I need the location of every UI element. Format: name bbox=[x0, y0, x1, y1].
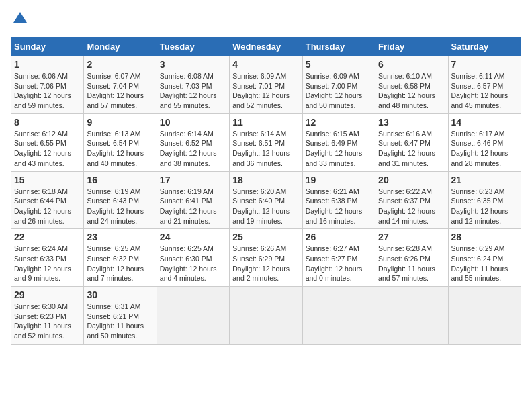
day-number: 16 bbox=[87, 175, 153, 185]
table-row: 14Sunrise: 6:17 AM Sunset: 6:46 PM Dayli… bbox=[448, 113, 521, 171]
day-info: Sunrise: 6:25 AM Sunset: 6:30 PM Dayligh… bbox=[160, 244, 226, 283]
day-number: 11 bbox=[232, 117, 299, 128]
day-number: 28 bbox=[451, 232, 518, 242]
day-info: Sunrise: 6:08 AM Sunset: 7:03 PM Dayligh… bbox=[160, 71, 226, 111]
day-info: Sunrise: 6:14 AM Sunset: 6:51 PM Dayligh… bbox=[232, 129, 299, 169]
day-number: 6 bbox=[378, 59, 445, 70]
day-number: 5 bbox=[306, 59, 372, 70]
day-number: 25 bbox=[232, 232, 299, 242]
logo-text bbox=[11, 11, 28, 30]
table-row: 8Sunrise: 6:12 AM Sunset: 6:55 PM Daylig… bbox=[11, 113, 84, 171]
day-info: Sunrise: 6:20 AM Sunset: 6:40 PM Dayligh… bbox=[232, 187, 299, 226]
day-number: 26 bbox=[306, 232, 372, 242]
day-info: Sunrise: 6:07 AM Sunset: 7:04 PM Dayligh… bbox=[87, 71, 153, 111]
day-number: 15 bbox=[14, 175, 81, 185]
table-row: 11Sunrise: 6:14 AM Sunset: 6:51 PM Dayli… bbox=[230, 113, 302, 171]
table-row: 6Sunrise: 6:10 AM Sunset: 6:58 PM Daylig… bbox=[375, 56, 448, 114]
day-number: 18 bbox=[232, 175, 299, 185]
day-info: Sunrise: 6:28 AM Sunset: 6:26 PM Dayligh… bbox=[378, 244, 445, 283]
table-row: 3Sunrise: 6:08 AM Sunset: 7:03 PM Daylig… bbox=[157, 56, 229, 114]
day-number: 19 bbox=[306, 175, 372, 185]
day-number: 13 bbox=[378, 117, 445, 128]
day-number: 27 bbox=[378, 232, 445, 242]
table-row: 22Sunrise: 6:24 AM Sunset: 6:33 PM Dayli… bbox=[11, 229, 84, 287]
day-number: 17 bbox=[160, 175, 226, 185]
table-row bbox=[302, 287, 375, 345]
table-row: 20Sunrise: 6:22 AM Sunset: 6:37 PM Dayli… bbox=[375, 171, 448, 229]
table-row: 27Sunrise: 6:28 AM Sunset: 6:26 PM Dayli… bbox=[375, 229, 448, 287]
table-row: 5Sunrise: 6:09 AM Sunset: 7:00 PM Daylig… bbox=[302, 56, 375, 114]
table-row: 1Sunrise: 6:06 AM Sunset: 7:06 PM Daylig… bbox=[11, 56, 84, 114]
column-header-tuesday: Tuesday bbox=[157, 38, 229, 56]
table-row: 24Sunrise: 6:25 AM Sunset: 6:30 PM Dayli… bbox=[157, 229, 229, 287]
table-row: 2Sunrise: 6:07 AM Sunset: 7:04 PM Daylig… bbox=[84, 56, 157, 114]
day-info: Sunrise: 6:09 AM Sunset: 7:01 PM Dayligh… bbox=[232, 71, 299, 111]
column-header-sunday: Sunday bbox=[11, 38, 84, 56]
day-info: Sunrise: 6:11 AM Sunset: 6:57 PM Dayligh… bbox=[451, 71, 518, 111]
table-row: 16Sunrise: 6:19 AM Sunset: 6:43 PM Dayli… bbox=[84, 171, 157, 229]
day-info: Sunrise: 6:29 AM Sunset: 6:24 PM Dayligh… bbox=[451, 244, 518, 283]
logo bbox=[11, 11, 28, 30]
day-info: Sunrise: 6:30 AM Sunset: 6:23 PM Dayligh… bbox=[14, 302, 81, 341]
day-number: 23 bbox=[87, 232, 153, 242]
day-number: 22 bbox=[14, 232, 81, 242]
table-row: 28Sunrise: 6:29 AM Sunset: 6:24 PM Dayli… bbox=[448, 229, 521, 287]
table-row: 21Sunrise: 6:23 AM Sunset: 6:35 PM Dayli… bbox=[448, 171, 521, 229]
column-header-saturday: Saturday bbox=[448, 38, 521, 56]
day-number: 29 bbox=[14, 289, 81, 300]
day-info: Sunrise: 6:21 AM Sunset: 6:38 PM Dayligh… bbox=[306, 187, 372, 226]
day-info: Sunrise: 6:25 AM Sunset: 6:32 PM Dayligh… bbox=[87, 244, 153, 283]
table-row bbox=[230, 287, 302, 345]
day-info: Sunrise: 6:31 AM Sunset: 6:21 PM Dayligh… bbox=[87, 302, 153, 341]
table-row bbox=[157, 287, 229, 345]
table-row: 25Sunrise: 6:26 AM Sunset: 6:29 PM Dayli… bbox=[230, 229, 302, 287]
day-info: Sunrise: 6:22 AM Sunset: 6:37 PM Dayligh… bbox=[378, 187, 445, 226]
table-row: 26Sunrise: 6:27 AM Sunset: 6:27 PM Dayli… bbox=[302, 229, 375, 287]
day-number: 12 bbox=[306, 117, 372, 128]
day-info: Sunrise: 6:09 AM Sunset: 7:00 PM Dayligh… bbox=[306, 71, 372, 111]
table-row: 23Sunrise: 6:25 AM Sunset: 6:32 PM Dayli… bbox=[84, 229, 157, 287]
table-row bbox=[375, 287, 448, 345]
day-number: 10 bbox=[160, 117, 226, 128]
day-number: 21 bbox=[451, 175, 518, 185]
table-row bbox=[448, 287, 521, 345]
table-row: 4Sunrise: 6:09 AM Sunset: 7:01 PM Daylig… bbox=[230, 56, 302, 114]
table-row: 10Sunrise: 6:14 AM Sunset: 6:52 PM Dayli… bbox=[157, 113, 229, 171]
table-row: 29Sunrise: 6:30 AM Sunset: 6:23 PM Dayli… bbox=[11, 287, 84, 345]
day-info: Sunrise: 6:23 AM Sunset: 6:35 PM Dayligh… bbox=[451, 187, 518, 226]
table-row: 18Sunrise: 6:20 AM Sunset: 6:40 PM Dayli… bbox=[230, 171, 302, 229]
day-number: 4 bbox=[232, 59, 299, 70]
day-info: Sunrise: 6:12 AM Sunset: 6:55 PM Dayligh… bbox=[14, 129, 81, 169]
column-header-friday: Friday bbox=[375, 38, 448, 56]
day-info: Sunrise: 6:16 AM Sunset: 6:47 PM Dayligh… bbox=[378, 129, 445, 169]
table-row: 13Sunrise: 6:16 AM Sunset: 6:47 PM Dayli… bbox=[375, 113, 448, 171]
day-number: 20 bbox=[378, 175, 445, 185]
logo-icon bbox=[12, 11, 28, 27]
table-row: 17Sunrise: 6:19 AM Sunset: 6:41 PM Dayli… bbox=[157, 171, 229, 229]
table-row: 30Sunrise: 6:31 AM Sunset: 6:21 PM Dayli… bbox=[84, 287, 157, 345]
day-number: 8 bbox=[14, 117, 81, 128]
day-info: Sunrise: 6:19 AM Sunset: 6:41 PM Dayligh… bbox=[160, 187, 226, 226]
day-info: Sunrise: 6:24 AM Sunset: 6:33 PM Dayligh… bbox=[14, 244, 81, 283]
day-info: Sunrise: 6:19 AM Sunset: 6:43 PM Dayligh… bbox=[87, 187, 153, 226]
table-row: 7Sunrise: 6:11 AM Sunset: 6:57 PM Daylig… bbox=[448, 56, 521, 114]
svg-marker-0 bbox=[13, 12, 27, 23]
header bbox=[11, 11, 521, 30]
day-info: Sunrise: 6:13 AM Sunset: 6:54 PM Dayligh… bbox=[87, 129, 153, 169]
column-header-wednesday: Wednesday bbox=[230, 38, 302, 56]
day-number: 30 bbox=[87, 289, 153, 300]
day-number: 1 bbox=[14, 59, 81, 70]
day-info: Sunrise: 6:14 AM Sunset: 6:52 PM Dayligh… bbox=[160, 129, 226, 169]
day-number: 24 bbox=[160, 232, 226, 242]
table-row: 9Sunrise: 6:13 AM Sunset: 6:54 PM Daylig… bbox=[84, 113, 157, 171]
column-header-thursday: Thursday bbox=[302, 38, 375, 56]
calendar-table: SundayMondayTuesdayWednesdayThursdayFrid… bbox=[11, 37, 521, 345]
day-info: Sunrise: 6:26 AM Sunset: 6:29 PM Dayligh… bbox=[232, 244, 299, 283]
day-info: Sunrise: 6:10 AM Sunset: 6:58 PM Dayligh… bbox=[378, 71, 445, 111]
table-row: 12Sunrise: 6:15 AM Sunset: 6:49 PM Dayli… bbox=[302, 113, 375, 171]
day-number: 2 bbox=[87, 59, 153, 70]
table-row: 15Sunrise: 6:18 AM Sunset: 6:44 PM Dayli… bbox=[11, 171, 84, 229]
day-number: 9 bbox=[87, 117, 153, 128]
day-info: Sunrise: 6:06 AM Sunset: 7:06 PM Dayligh… bbox=[14, 71, 81, 111]
day-info: Sunrise: 6:18 AM Sunset: 6:44 PM Dayligh… bbox=[14, 187, 81, 226]
